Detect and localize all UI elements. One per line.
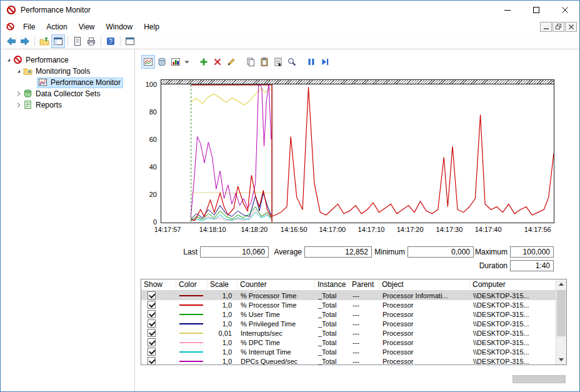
tree-item-data-collector-sets[interactable]: Data Collector Sets bbox=[1, 88, 134, 99]
scroll-down-arrow[interactable] bbox=[556, 355, 566, 364]
column-header-computer[interactable]: Computer bbox=[470, 279, 557, 290]
view-current-activity-button[interactable] bbox=[141, 55, 155, 69]
counter-row[interactable]: 1,0% Interrupt Time_Total---Processor\\D… bbox=[141, 347, 557, 356]
paste-counter-list-button[interactable] bbox=[258, 55, 271, 69]
toolbar-separator bbox=[101, 36, 101, 46]
table-horizontal-scrollbar-thumb[interactable] bbox=[512, 375, 566, 383]
add-counter-button[interactable] bbox=[197, 55, 211, 69]
column-header-instance[interactable]: Instance bbox=[315, 279, 349, 290]
counter-row[interactable]: 1,0% User Time_Total---Processor\\DESKTO… bbox=[141, 309, 557, 319]
stat-last-value: 10,060 bbox=[200, 246, 269, 258]
column-header-scale[interactable]: Scale bbox=[208, 279, 238, 290]
tree-selection-highlight: Performance Monitor bbox=[37, 78, 123, 88]
stat-minimum-label: Minimum bbox=[366, 246, 405, 258]
show-console-tree-button[interactable] bbox=[51, 34, 65, 48]
column-header-color[interactable]: Color bbox=[176, 279, 208, 290]
counter-row[interactable]: 0,01Interrupts/sec_Total---Processor\\DE… bbox=[141, 328, 557, 338]
tree-item-label: Performance bbox=[26, 56, 69, 64]
x-axis-label: 14:17:30 bbox=[436, 226, 463, 233]
forward-button[interactable] bbox=[18, 34, 32, 48]
show-checkbox[interactable] bbox=[148, 329, 156, 337]
counter-color-swatch bbox=[179, 333, 203, 334]
print-button[interactable] bbox=[84, 34, 98, 48]
cell-parent: --- bbox=[349, 348, 379, 356]
counter-row[interactable]: 1,0% Processor Time_Total---Processor In… bbox=[141, 291, 557, 300]
chevron-collapsed-icon[interactable] bbox=[14, 101, 23, 109]
tree-item-performance-monitor[interactable]: Performance Monitor bbox=[1, 77, 134, 88]
y-axis-label: 60 bbox=[135, 136, 157, 143]
counter-row[interactable]: 1,0% DPC Time_Total---Processor\\DESKTOP… bbox=[141, 338, 557, 347]
window-title: Performance Monitor bbox=[21, 6, 91, 14]
chevron-expanded-icon[interactable] bbox=[4, 56, 13, 64]
cell-counter: % Processor Time bbox=[238, 292, 315, 299]
column-header-counter[interactable]: Counter bbox=[238, 279, 315, 290]
y-axis-label: 80 bbox=[135, 108, 157, 116]
column-header-parent[interactable]: Parent bbox=[349, 279, 379, 290]
close-button[interactable] bbox=[551, 1, 579, 19]
cell-counter: % User Time bbox=[238, 311, 315, 318]
export-list-button[interactable] bbox=[71, 34, 84, 48]
zoom-button[interactable] bbox=[285, 55, 299, 69]
show-checkbox[interactable] bbox=[148, 357, 156, 365]
change-graph-type-button[interactable] bbox=[169, 55, 182, 69]
menu-view[interactable]: View bbox=[73, 21, 101, 33]
mdi-restore-button[interactable] bbox=[552, 22, 564, 32]
update-data-button[interactable] bbox=[318, 55, 332, 69]
chart-x-axis: 14:17:5714:18:1014:18:2014:16:5014:17:00… bbox=[161, 226, 554, 234]
tree-item-reports[interactable]: Reports bbox=[1, 99, 134, 111]
menu-help[interactable]: Help bbox=[138, 21, 165, 33]
view-log-data-button[interactable] bbox=[155, 55, 169, 69]
stat-minimum-value: 0,000 bbox=[408, 246, 474, 258]
help-button[interactable]: ? bbox=[104, 34, 118, 48]
counter-table-body: 1,0% Processor Time_Total---Processor In… bbox=[141, 291, 557, 366]
minimize-button[interactable] bbox=[493, 1, 522, 19]
menu-file[interactable]: File bbox=[18, 21, 41, 33]
back-button[interactable] bbox=[4, 34, 18, 48]
cell-instance: _Total bbox=[315, 348, 349, 356]
table-vertical-scrollbar[interactable] bbox=[556, 279, 566, 364]
maximize-button[interactable] bbox=[522, 1, 551, 19]
tree-item-label: Reports bbox=[36, 101, 62, 109]
counter-row[interactable]: 1,0% Processor Time_Total---Processor\\D… bbox=[141, 300, 557, 309]
properties-button[interactable] bbox=[271, 55, 285, 69]
copy-properties-button[interactable] bbox=[244, 55, 258, 69]
cell-instance: _Total bbox=[315, 311, 349, 318]
show-checkbox[interactable] bbox=[148, 310, 156, 318]
cell-instance: _Total bbox=[315, 339, 349, 346]
delete-counter-button[interactable] bbox=[211, 55, 224, 69]
x-axis-label: 14:16:50 bbox=[281, 226, 308, 233]
chevron-expanded-icon[interactable] bbox=[14, 67, 23, 76]
highlight-button[interactable] bbox=[224, 55, 238, 69]
menu-action[interactable]: Action bbox=[41, 21, 72, 33]
show-checkbox[interactable] bbox=[148, 301, 156, 309]
counter-color-swatch bbox=[179, 314, 203, 315]
scrollbar-thumb[interactable] bbox=[557, 290, 566, 336]
main-toolbar: ? bbox=[1, 34, 579, 49]
tree-item-performance[interactable]: Performance bbox=[1, 54, 134, 66]
freeze-display-button[interactable] bbox=[304, 55, 318, 69]
perfmon-panel: 100806040200 14:17:5714:18:1014:18:2014:… bbox=[135, 49, 579, 391]
show-checkbox[interactable] bbox=[148, 291, 156, 299]
column-header-object[interactable]: Object bbox=[379, 279, 470, 290]
show-checkbox[interactable] bbox=[148, 319, 156, 328]
new-window-button[interactable] bbox=[123, 34, 137, 48]
menu-window[interactable]: Window bbox=[101, 21, 139, 33]
counter-table-header: ShowColorScaleCounterInstanceParentObjec… bbox=[141, 279, 557, 291]
x-axis-label: 14:17:20 bbox=[397, 226, 424, 233]
cell-scale: 1,0 bbox=[208, 320, 238, 328]
chevron-collapsed-icon[interactable] bbox=[14, 89, 23, 98]
column-header-show[interactable]: Show bbox=[141, 279, 176, 290]
scroll-up-arrow[interactable] bbox=[556, 279, 566, 289]
counter-row[interactable]: 1,0DPCs Queued/sec_Total---Processor\\DE… bbox=[141, 356, 557, 366]
up-one-level-button[interactable] bbox=[38, 34, 51, 48]
tree-item-monitoring-tools[interactable]: Monitoring Tools bbox=[1, 66, 134, 77]
show-checkbox[interactable] bbox=[148, 338, 156, 346]
toolbar-separator bbox=[68, 36, 68, 46]
y-axis-label: 40 bbox=[135, 163, 157, 171]
mdi-close-button[interactable] bbox=[565, 22, 577, 32]
mdi-minimize-button[interactable] bbox=[540, 22, 552, 32]
graph-type-dropdown-arrow[interactable] bbox=[182, 55, 191, 69]
show-checkbox[interactable] bbox=[148, 348, 156, 356]
counter-row[interactable]: 1,0% Privileged Time_Total---Processor\\… bbox=[141, 319, 557, 328]
chart-area bbox=[161, 79, 554, 223]
